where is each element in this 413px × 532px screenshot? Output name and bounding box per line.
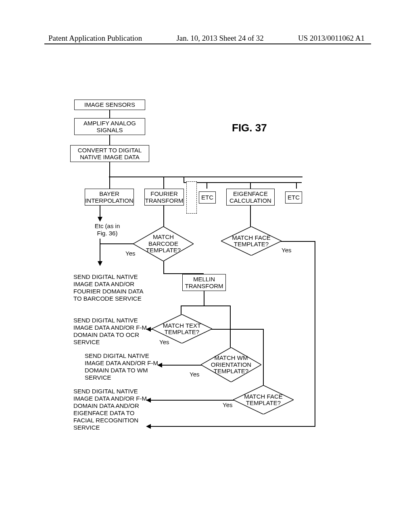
line-bayer-down [100,206,100,218]
dashed-etc-container [186,181,197,214]
line-to-bayer [109,177,110,189]
diamond-wm-label: MATCH WM ORIENTATION TEMPLATE? [201,347,261,382]
line-to-textd [181,305,181,314]
box-etc2: ETC [285,191,302,204]
box-bayer: BAYER INTERPOLATION [85,189,134,206]
arrow-bayer-down [98,217,102,222]
line-text-right [211,329,264,330]
line-etc-down [100,239,100,262]
line-face1-toleft [150,426,315,427]
line-barcode-yes [100,243,133,244]
line-to-fourier [163,177,164,189]
diamond-wm: MATCH WM ORIENTATION TEMPLATE? [201,347,261,382]
box-etc1: ETC [199,191,216,204]
line-bus-right [184,182,302,183]
action-ocr: SEND DIGITAL NATIVE IMAGE DATA AND/OR F-… [73,317,158,346]
yes-wm: Yes [190,371,199,378]
box-convert: CONVERT TO DIGITAL NATIVE IMAGE DATA [70,145,149,162]
line-bus [109,177,302,177]
line-to-wmd [230,305,231,347]
diamond-face1: MATCH FACE TEMPLATE? [221,227,282,256]
action-face: SEND DIGITAL NATIVE IMAGE DATA AND/OR F-… [73,388,158,431]
line-sensors-amplify [109,110,110,118]
yes-text: Yes [159,339,169,346]
yes-face1: Yes [282,247,291,254]
header-right: US 2013/0011062 A1 [298,34,365,43]
line-face1-down [315,241,315,426]
header-center: Jan. 10, 2013 Sheet 24 of 32 [176,34,263,43]
line-face2-yes [150,400,234,401]
box-image-sensors: IMAGE SENSORS [74,100,145,110]
line-convert-bus [109,162,110,177]
line-bus-short [184,177,184,182]
yes-face2: Yes [223,401,232,409]
etc-note: Etc (as in Fig. 36) [91,222,123,237]
arrow-etc-down [98,261,102,266]
line-barcode-mellin-v [163,261,164,273]
header-rule [44,44,371,44]
diamond-barcode-label: MATCH BARCODE TEMPLATE? [133,227,194,261]
line-amplify-convert [109,135,110,145]
box-amplify: AMPLIFY ANALOG SIGNALS [74,118,145,135]
line-mellin-down [204,291,204,305]
line-to-etc2 [296,182,297,189]
line-to-etc1 [206,182,207,189]
yes-barcode: Yes [125,250,135,257]
diamond-face2: MATCH FACE TEMPLATE? [233,385,294,414]
box-eigenface: EIGENFACE CALCULATION [226,189,275,206]
diamond-face1-label: MATCH FACE TEMPLATE? [221,227,282,256]
action-wm: SEND DIGITAL NATIVE IMAGE DATA AND/OR F-… [85,352,169,381]
line-fourier-barcode [163,206,164,227]
action-barcode: SEND DIGITAL NATIVE IMAGE DATA AND/OR FO… [73,273,154,302]
diamond-barcode: MATCH BARCODE TEMPLATE? [133,227,194,261]
line-mellin-bus [181,305,231,306]
diamond-face2-label: MATCH FACE TEMPLATE? [233,385,294,414]
header-left: Patent Application Publication [48,34,142,43]
line-face1-right [281,241,315,242]
line-text-down [263,329,264,385]
box-fourier: FOURIER TRANSFORM [144,189,184,206]
box-mellin: MELLIN TRANSFORM [182,274,226,291]
line-eigen-face1 [250,206,251,227]
figure-label: FIG. 37 [232,122,267,134]
line-to-eigen [250,182,251,189]
page-header: Patent Application Publication Jan. 10, … [0,34,413,43]
